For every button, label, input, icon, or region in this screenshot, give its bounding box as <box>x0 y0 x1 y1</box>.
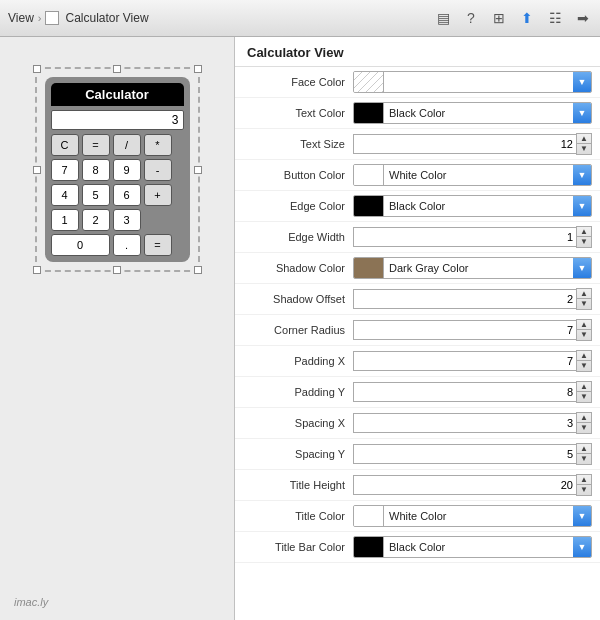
face-color-dropdown[interactable]: ▼ <box>353 71 592 93</box>
face-color-arrow-icon[interactable]: ▼ <box>573 72 591 92</box>
text-color-dropdown[interactable]: Black Color ▼ <box>353 102 592 124</box>
padding-y-increment[interactable]: ▲ <box>577 382 591 392</box>
calc-row-1: C = / * <box>51 134 184 156</box>
resize-handle-ml[interactable] <box>33 166 41 174</box>
button-color-dropdown[interactable]: White Color ▼ <box>353 164 592 186</box>
spacing-x-input[interactable] <box>353 413 576 433</box>
spacing-y-input[interactable] <box>353 444 576 464</box>
spacing-x-decrement[interactable]: ▼ <box>577 423 591 433</box>
text-color-arrow-icon[interactable]: ▼ <box>573 103 591 123</box>
text-size-increment[interactable]: ▲ <box>577 134 591 144</box>
calc-row-5: 0 . = <box>51 234 184 256</box>
shadow-offset-stepper: ▲ ▼ <box>353 288 592 310</box>
calc-btn-9[interactable]: 9 <box>113 159 141 181</box>
spacing-y-control: ▲ ▼ <box>353 443 592 465</box>
calc-btn-sub[interactable]: - <box>144 159 172 181</box>
resize-handle-mt[interactable] <box>113 65 121 73</box>
edge-width-decrement[interactable]: ▼ <box>577 237 591 247</box>
resize-handle-mb[interactable] <box>113 266 121 274</box>
arrow-right-icon[interactable]: ➡ <box>574 9 592 27</box>
question-icon[interactable]: ? <box>462 9 480 27</box>
spacing-y-increment[interactable]: ▲ <box>577 444 591 454</box>
calc-btn-4[interactable]: 4 <box>51 184 79 206</box>
calc-btn-2[interactable]: 2 <box>82 209 110 231</box>
resize-handle-mr[interactable] <box>194 166 202 174</box>
title-height-input[interactable] <box>353 475 576 495</box>
shadow-offset-decrement[interactable]: ▼ <box>577 299 591 309</box>
calc-btn-mul[interactable]: * <box>144 134 172 156</box>
padding-y-stepper: ▲ ▼ <box>353 381 592 403</box>
text-color-control: Black Color ▼ <box>353 102 592 124</box>
corner-radius-label: Corner Radius <box>243 324 353 336</box>
resize-handle-tl[interactable] <box>33 65 41 73</box>
edge-color-swatch <box>354 196 384 216</box>
corner-radius-control: ▲ ▼ <box>353 319 592 341</box>
edge-width-increment[interactable]: ▲ <box>577 227 591 237</box>
button-color-swatch <box>354 165 384 185</box>
face-color-row: Face Color ▼ <box>235 67 600 98</box>
edge-width-stepper: ▲ ▼ <box>353 226 592 248</box>
padding-x-label: Padding X <box>243 355 353 367</box>
corner-radius-input[interactable] <box>353 320 576 340</box>
spacing-x-increment[interactable]: ▲ <box>577 413 591 423</box>
shadow-offset-increment[interactable]: ▲ <box>577 289 591 299</box>
edge-width-input[interactable] <box>353 227 576 247</box>
title-bar-color-swatch <box>354 537 384 557</box>
edge-color-dropdown[interactable]: Black Color ▼ <box>353 195 592 217</box>
padding-x-stepper-buttons: ▲ ▼ <box>576 350 592 372</box>
breadcrumb-calculator-view[interactable]: Calculator View <box>65 11 148 25</box>
resize-handle-bl[interactable] <box>33 266 41 274</box>
spacing-y-stepper: ▲ ▼ <box>353 443 592 465</box>
corner-radius-increment[interactable]: ▲ <box>577 320 591 330</box>
title-color-label: Title Color <box>243 510 353 522</box>
edge-color-arrow-icon[interactable]: ▼ <box>573 196 591 216</box>
calc-btn-1[interactable]: 1 <box>51 209 79 231</box>
title-height-increment[interactable]: ▲ <box>577 475 591 485</box>
resize-handle-tr[interactable] <box>194 65 202 73</box>
calc-btn-3[interactable]: 3 <box>113 209 141 231</box>
face-color-label: Face Color <box>243 76 353 88</box>
shadow-offset-input[interactable] <box>353 289 576 309</box>
padding-y-input[interactable] <box>353 382 576 402</box>
document-icon[interactable]: ▤ <box>434 9 452 27</box>
padding-x-increment[interactable]: ▲ <box>577 351 591 361</box>
grid-icon[interactable]: ⊞ <box>490 9 508 27</box>
padding-x-input[interactable] <box>353 351 576 371</box>
shadow-color-arrow-icon[interactable]: ▼ <box>573 258 591 278</box>
title-color-dropdown[interactable]: White Color ▼ <box>353 505 592 527</box>
calc-btn-5[interactable]: 5 <box>82 184 110 206</box>
calc-btn-eq2[interactable]: = <box>144 234 172 256</box>
padding-x-decrement[interactable]: ▼ <box>577 361 591 371</box>
padding-y-label: Padding Y <box>243 386 353 398</box>
calc-btn-add[interactable]: + <box>144 184 172 206</box>
calc-btn-c[interactable]: C <box>51 134 79 156</box>
calc-btn-6[interactable]: 6 <box>113 184 141 206</box>
text-size-input[interactable] <box>353 134 576 154</box>
shadow-color-dropdown[interactable]: Dark Gray Color ▼ <box>353 257 592 279</box>
calc-btn-div[interactable]: / <box>113 134 141 156</box>
corner-radius-stepper-buttons: ▲ ▼ <box>576 319 592 341</box>
spacing-y-decrement[interactable]: ▼ <box>577 454 591 464</box>
calc-btn-eq1[interactable]: = <box>82 134 110 156</box>
corner-radius-decrement[interactable]: ▼ <box>577 330 591 340</box>
button-color-arrow-icon[interactable]: ▼ <box>573 165 591 185</box>
calc-btn-dot[interactable]: . <box>113 234 141 256</box>
calc-btn-8[interactable]: 8 <box>82 159 110 181</box>
edge-color-control: Black Color ▼ <box>353 195 592 217</box>
resize-handle-br[interactable] <box>194 266 202 274</box>
title-color-arrow-icon[interactable]: ▼ <box>573 506 591 526</box>
list-icon[interactable]: ☷ <box>546 9 564 27</box>
breadcrumb-view[interactable]: View <box>8 11 34 25</box>
calc-btn-0[interactable]: 0 <box>51 234 110 256</box>
imac-logo: imac.ly <box>14 596 48 608</box>
button-color-row: Button Color White Color ▼ <box>235 160 600 191</box>
title-bar-color-dropdown[interactable]: Black Color ▼ <box>353 536 592 558</box>
padding-y-decrement[interactable]: ▼ <box>577 392 591 402</box>
text-size-decrement[interactable]: ▼ <box>577 144 591 154</box>
calculator-container: Calculator 3 C = / * 7 8 9 - <box>35 67 200 272</box>
calc-btn-7[interactable]: 7 <box>51 159 79 181</box>
title-height-decrement[interactable]: ▼ <box>577 485 591 495</box>
title-bar-color-arrow-icon[interactable]: ▼ <box>573 537 591 557</box>
arrow-up-icon[interactable]: ⬆ <box>518 9 536 27</box>
calculator-title: Calculator <box>51 83 184 106</box>
